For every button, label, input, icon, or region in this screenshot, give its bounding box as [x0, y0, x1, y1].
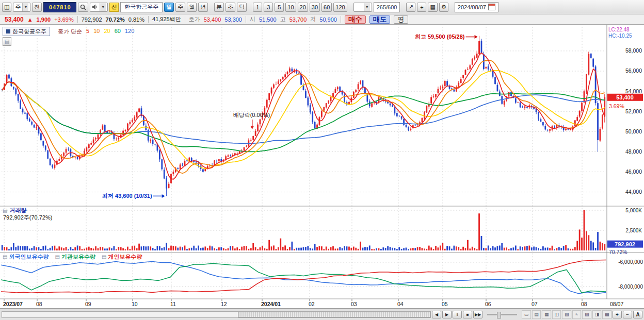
- crosshair-tool-icon[interactable]: +: [417, 3, 426, 12]
- svg-text:-8,000,000: -8,000,000: [618, 284, 643, 290]
- half-fill-icon[interactable]: ◨: [592, 310, 602, 319]
- trend-tool-icon[interactable]: ↗: [406, 3, 415, 12]
- interval-3-button[interactable]: 3: [264, 3, 273, 12]
- volume-subtitle: 792,902주(70.72%): [3, 214, 52, 222]
- zoom-slider-thumb[interactable]: [497, 312, 501, 318]
- sell-button[interactable]: 매도: [369, 15, 391, 24]
- grid-icon: ▤: [5, 39, 9, 44]
- zoom-slider[interactable]: [487, 314, 517, 315]
- window-split-icon[interactable]: ◫: [552, 310, 561, 319]
- wave-tool-icon[interactable]: ≈: [572, 310, 582, 319]
- tab-period-second[interactable]: 초: [226, 3, 235, 12]
- volume-value: 792,902: [82, 16, 102, 23]
- svg-text:LC:22.48: LC:22.48: [608, 27, 630, 32]
- zoom-in-button[interactable]: +: [613, 311, 622, 318]
- svg-text:792,902: 792,902: [615, 241, 635, 247]
- indicator-select[interactable]: ▼: [353, 3, 372, 12]
- pan-tool-icon[interactable]: ▭: [522, 310, 531, 319]
- bid-price: 53,300: [224, 16, 242, 23]
- svg-text:04: 04: [397, 301, 404, 307]
- open-label: 시: [250, 15, 255, 23]
- interval-120-button[interactable]: 120: [333, 3, 347, 12]
- hoga-label: 호가: [189, 15, 200, 23]
- pause-button[interactable]: ‖: [453, 311, 462, 318]
- chart-background: [0, 25, 644, 308]
- svg-text:44,000: 44,000: [625, 189, 642, 195]
- institution-holdings-label: 기관보유수량: [61, 254, 95, 260]
- chart-tool-chip[interactable]: ▤: [3, 37, 11, 46]
- scroll-left-button[interactable]: ◀: [432, 311, 441, 318]
- fast-forward-button[interactable]: ▶▶: [473, 311, 482, 318]
- open-price: 51,500: [259, 16, 277, 23]
- volume-title: 거래량: [9, 207, 26, 214]
- scrollbar-thumb[interactable]: [238, 312, 431, 317]
- chart-canvas[interactable]: 58,00056,00054,00052,00050,00048,00046,0…: [0, 25, 644, 308]
- alert-sound-select[interactable]: ▼: [90, 3, 108, 12]
- main-chart-title-box[interactable]: 한국항공우주: [3, 27, 50, 36]
- tab-period-minute[interactable]: 분: [214, 3, 224, 12]
- svg-text:02: 02: [309, 301, 315, 307]
- interval-10-button[interactable]: 10: [285, 3, 296, 12]
- interval-5-button[interactable]: 5: [275, 3, 284, 12]
- avg-button[interactable]: 평: [394, 15, 408, 24]
- grid-icon: ▤: [3, 254, 7, 260]
- svg-text:5,000K: 5,000K: [625, 208, 642, 213]
- stop-button[interactable]: ■: [463, 311, 472, 318]
- interval-1-button[interactable]: 1: [253, 3, 262, 12]
- scroll-right-button[interactable]: ▶: [442, 311, 452, 318]
- chart-type-select[interactable]: 주 ▼: [13, 3, 30, 12]
- svg-text:10: 10: [132, 301, 138, 307]
- buy-button[interactable]: 매수: [345, 15, 366, 24]
- chart-style-icon[interactable]: ▦: [428, 3, 437, 12]
- tab-period-tick[interactable]: 틱: [237, 3, 247, 12]
- volume-ratio: 0.81%: [128, 16, 144, 23]
- holdings-legend: ▤ 외국인보유수량 ▤ 기관보유수량 ▤ 개인보유수량: [3, 253, 142, 261]
- hatch-tool-icon[interactable]: ▧: [562, 310, 571, 319]
- low-annotation: 최저 43,600 (10/31): [102, 193, 152, 199]
- current-price: 53,400: [5, 16, 24, 23]
- svg-text:05: 05: [442, 301, 448, 307]
- search-icon[interactable]: [78, 3, 88, 12]
- chevron-down-icon: ▼: [100, 3, 106, 11]
- svg-text:08: 08: [581, 301, 587, 307]
- interval-60-button[interactable]: 60: [321, 3, 332, 12]
- chart-grid-icon[interactable]: ▦: [542, 310, 551, 319]
- svg-text:46,000: 46,000: [625, 169, 642, 175]
- chevron-down-icon: ▼: [22, 3, 28, 11]
- svg-text:06: 06: [485, 301, 491, 307]
- zoom-out-button[interactable]: −: [623, 311, 632, 318]
- stock-code-input[interactable]: 047810: [43, 2, 76, 12]
- tab-period-day[interactable]: 일: [164, 3, 174, 12]
- jeon-button[interactable]: 전: [32, 3, 42, 12]
- interval-30-button[interactable]: 30: [310, 3, 320, 12]
- settings-icon[interactable]: ⚙: [439, 3, 448, 12]
- interval-20-button[interactable]: 20: [298, 3, 308, 12]
- status-badge-shin: 신: [109, 3, 119, 12]
- low-label: 저: [310, 15, 316, 23]
- svg-text:50,000: 50,000: [625, 128, 642, 134]
- dense-grid-icon[interactable]: ▩: [602, 310, 611, 319]
- calendar-icon: [488, 4, 495, 10]
- font-size-button[interactable]: A: [633, 311, 642, 318]
- grid-icon: ▤: [3, 208, 7, 213]
- tab-period-month[interactable]: 월: [187, 3, 197, 12]
- hts-chart-window: ◫ 주 ▼ 전 047810 ▼ 신 한국항공우주 일 주 월 년 분 초 틱 …: [0, 0, 644, 320]
- quote-bar: 53,400 ▲ 1,900 +3.69% 792,902 70.72% 0.8…: [0, 14, 644, 25]
- svg-text:HC:-10.25: HC:-10.25: [608, 33, 632, 39]
- low-price: 50,900: [319, 16, 337, 23]
- visible-bar-count[interactable]: 265/600: [374, 2, 400, 12]
- tab-period-week[interactable]: 주: [175, 3, 185, 12]
- date-value: 2024/08/07: [458, 4, 486, 10]
- high-annotation: 최고 59,500 (05/28): [415, 33, 465, 40]
- chart-scrollbar[interactable]: [2, 311, 431, 318]
- price-change: 1,900: [37, 16, 51, 23]
- chart-type-value: 주: [15, 3, 21, 11]
- chart-window-icon[interactable]: ◫: [2, 3, 11, 12]
- date-picker[interactable]: 2024/08/07: [455, 2, 498, 12]
- ex-dividend-annotation: 배당락(0.00%): [233, 112, 270, 118]
- tab-period-year[interactable]: 년: [198, 3, 208, 12]
- speaker-icon: [92, 4, 98, 10]
- grid-tool-icon[interactable]: ▤: [532, 310, 541, 319]
- svg-text:-6,000,000: -6,000,000: [618, 259, 643, 265]
- pattern-tool-icon[interactable]: ▨: [582, 310, 591, 319]
